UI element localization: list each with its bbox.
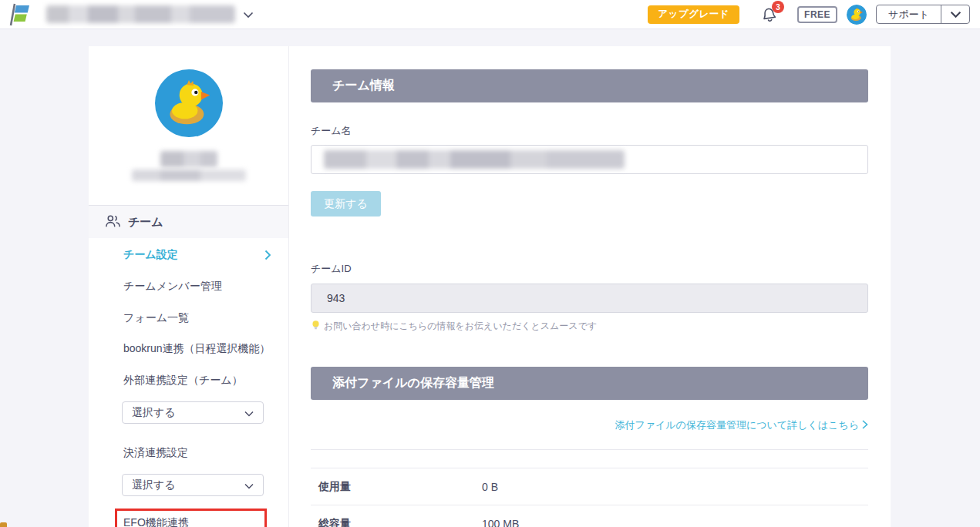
sidebar-item-label: チームメンバー管理 — [123, 280, 222, 294]
storage-usage-table: 使用量 0 B 総容量 100 MB — [311, 468, 868, 527]
capacity-label: 総容量 — [318, 517, 482, 527]
sidebar-section-title: チーム — [128, 215, 163, 230]
sidebar-item-label: 決済連携設定 — [123, 446, 188, 460]
table-row: 使用量 0 B — [311, 468, 868, 505]
topbar-actions: アップグレード 3 FREE — [648, 5, 970, 25]
capacity-value: 100 MB — [482, 518, 519, 527]
notifications-button[interactable]: 3 — [761, 5, 777, 23]
settings-page-card: チーム チーム設定 チームメンバー管理 フォーム一覧 bookrun連携（日程選… — [89, 46, 891, 527]
payment-integration-select[interactable]: 選択する — [122, 474, 264, 496]
sidebar-item-label: チーム設定 — [123, 248, 178, 262]
section-title: 添付ファイルの保存容量管理 — [332, 375, 494, 391]
section-divider — [311, 449, 868, 450]
external-integration-select[interactable]: 選択する — [122, 401, 264, 424]
usage-label: 使用量 — [318, 480, 482, 494]
sidebar-item-label: 外部連携設定（チーム） — [123, 374, 243, 388]
team-people-icon — [104, 214, 121, 230]
storage-detail-link[interactable]: 添付ファイルの保存容量管理について詳しくはこちら — [615, 419, 859, 431]
chevron-down-icon — [244, 479, 254, 492]
update-button[interactable]: 更新する — [311, 191, 381, 217]
top-bar: アップグレード 3 FREE — [0, 0, 980, 29]
plan-badge: FREE — [797, 6, 837, 23]
usage-value: 0 B — [482, 481, 498, 493]
team-avatar — [155, 126, 223, 139]
sidebar-item-external-integration[interactable]: 外部連携設定（チーム） — [89, 365, 288, 397]
team-name-blurred-line2 — [132, 170, 246, 181]
sidebar-item-bookrun[interactable]: bookrun連携（日程選択機能） — [89, 334, 288, 365]
sidebar-menu: チーム設定 チームメンバー管理 フォーム一覧 bookrun連携（日程選択機能）… — [89, 238, 288, 527]
sidebar-section-team: チーム — [89, 205, 288, 238]
team-id-value: 943 — [327, 292, 345, 304]
team-info-section-header: チーム情報 — [311, 69, 868, 102]
sidebar-item-label: フォーム一覧 — [123, 311, 189, 325]
sidebar-item-label: bookrun連携（日程選択機能） — [123, 342, 271, 356]
sidebar-item-payment-integration[interactable]: 決済連携設定 — [89, 437, 288, 468]
select-value: 選択する — [132, 406, 176, 420]
team-id-label: チームID — [311, 262, 868, 276]
team-name-label: チーム名 — [311, 124, 868, 138]
upgrade-button[interactable]: アップグレード — [648, 5, 739, 24]
chevron-right-icon — [264, 250, 271, 263]
main-content: チーム情報 チーム名 更新する チームID 943 お問い合わせ時にこちらの情報… — [289, 46, 891, 527]
chevron-down-icon — [243, 8, 254, 22]
team-name-input[interactable] — [311, 145, 868, 174]
select-value: 選択する — [132, 478, 176, 492]
notification-count-badge: 3 — [772, 1, 784, 13]
chevron-down-icon — [244, 407, 254, 419]
sidebar-item-efo-integration[interactable]: EFO機能連携 — [123, 516, 189, 527]
storage-section-header: 添付ファイルの保存容量管理 — [311, 367, 868, 400]
team-switcher[interactable] — [46, 5, 254, 23]
storage-link-row: 添付ファイルの保存容量管理について詳しくはこちら — [311, 418, 868, 432]
team-name-value-blurred — [324, 150, 625, 169]
red-annotation-box: EFO機能連携 — [115, 509, 267, 527]
user-avatar[interactable] — [847, 5, 867, 25]
team-name-blurred — [46, 5, 235, 23]
chat-widget-corner — [0, 522, 7, 527]
settings-sidebar: チーム チーム設定 チームメンバー管理 フォーム一覧 bookrun連携（日程選… — [89, 46, 289, 527]
sidebar-item-team-settings[interactable]: チーム設定 — [89, 240, 288, 271]
team-avatar-area — [89, 46, 288, 181]
support-button-group[interactable]: サポート — [876, 5, 970, 24]
support-menu-toggle[interactable] — [941, 5, 969, 23]
chevron-right-icon — [862, 420, 868, 431]
team-id-field: 943 — [311, 284, 868, 313]
lightbulb-icon — [311, 320, 321, 333]
support-button[interactable]: サポート — [877, 5, 941, 23]
team-id-hint: お問い合わせ時にこちらの情報をお伝えいただくとスムースです — [311, 320, 868, 333]
hint-text: お問い合わせ時にこちらの情報をお伝えいただくとスムースです — [324, 320, 597, 333]
team-name-blurred-line1 — [160, 151, 217, 167]
formrun-logo-icon — [8, 3, 35, 26]
sidebar-item-team-members[interactable]: チームメンバー管理 — [89, 271, 288, 303]
sidebar-item-form-list[interactable]: フォーム一覧 — [89, 302, 288, 334]
table-row: 総容量 100 MB — [311, 505, 868, 527]
section-title: チーム情報 — [332, 78, 395, 94]
